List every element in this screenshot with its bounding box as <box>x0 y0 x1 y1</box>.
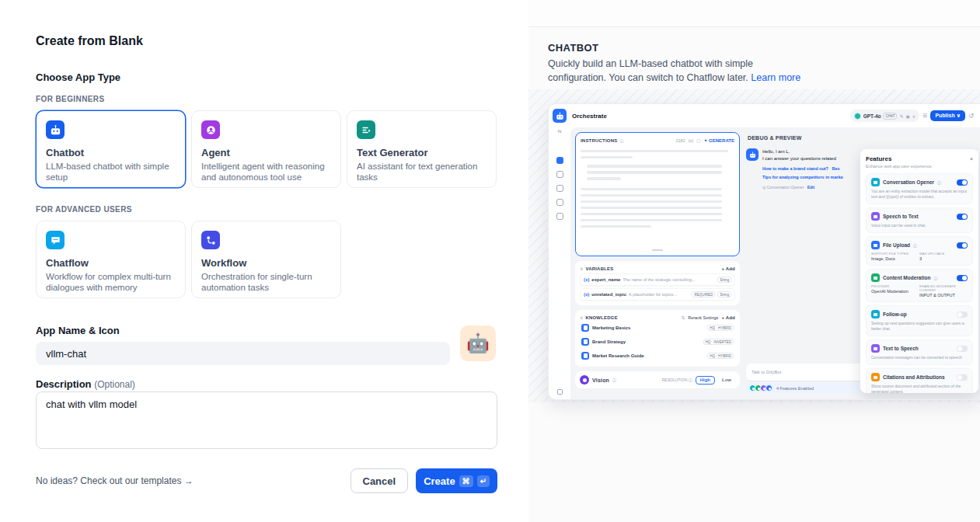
variable-row: {x} expert_name The name of the strategi… <box>580 273 735 286</box>
chat-mode-badge: CHAT <box>883 113 897 120</box>
advanced-cards-row: Chatflow Workflow for complex multi-turn… <box>36 221 341 298</box>
app-type-card-chatflow[interactable]: Chatflow Workflow for complex multi-turn… <box>36 221 186 298</box>
app-type-card-workflow[interactable]: Workflow Orchestration for single-turn a… <box>191 221 341 298</box>
cancel-button[interactable]: Cancel <box>350 468 409 493</box>
model-provider-icon <box>854 113 861 120</box>
text-generator-icon <box>357 120 375 139</box>
modal-title: Create from Blank <box>36 34 143 48</box>
toggle-switch <box>957 346 968 352</box>
toggle-switch <box>957 179 968 186</box>
for-beginners-label: FOR BEGINNERS <box>36 95 105 103</box>
feature-dot-icon <box>766 385 772 392</box>
resize-handle <box>652 249 663 251</box>
bot-avatar <box>746 148 759 161</box>
create-app-modal-screen: Create from Blank Choose App Type FOR BE… <box>0 0 980 522</box>
app-type-preview-panel: CHATBOT Quickly build an LLM-based chatb… <box>528 0 980 522</box>
preview-sidebar: ⇆ <box>549 104 570 399</box>
card-title: Chatflow <box>46 257 176 269</box>
instructions-skeleton <box>581 146 734 228</box>
card-title: Workflow <box>201 257 331 269</box>
model-selector: GPT-4o CHAT ✎ ◉ ∨ <box>850 110 919 122</box>
app-name-input[interactable] <box>36 342 450 365</box>
create-button[interactable]: Create ⌘ ↵ <box>416 468 497 493</box>
content-moderation-icon <box>871 273 880 282</box>
nav-icon <box>556 185 563 192</box>
index-mode-badge: HQ · HYBRID <box>707 353 734 359</box>
conversation-opener-icon <box>871 178 880 186</box>
app-type-card-text-generator[interactable]: Text Generator AI assistant for text gen… <box>347 110 497 188</box>
app-name-label: App Name & Icon <box>36 325 120 336</box>
optional-label: (Optional) <box>94 379 135 390</box>
knowledge-panel: ∨ KNOWLEDGE ⇅ Rerank Settings + Add <box>575 310 740 367</box>
config-column: INSTRUCTIONS ⓘ 2182 {x} ▢ ✦ GENERATE <box>575 132 740 395</box>
description-textarea[interactable]: chat with vllm model <box>36 392 497 449</box>
collapse-icon: ⇆ <box>557 128 561 134</box>
knowledge-row: Market Research Guide HQ · HYBRID <box>580 350 735 362</box>
instructions-panel: INSTRUCTIONS ⓘ 2182 {x} ▢ ✦ GENERATE <box>575 132 740 256</box>
choose-app-type-label: Choose App Type <box>36 71 120 83</box>
app-type-card-chatbot[interactable]: Chatbot LLM-based chatbot with simple se… <box>36 110 186 188</box>
nav-orchestrate-icon <box>556 157 563 164</box>
preview-description: Quickly build an LLM-based chatbot with … <box>548 57 812 85</box>
vision-panel: Vision ⓘ RESOLUTION ⓘ High Low <box>575 371 740 388</box>
card-desc: AI assistant for text generation tasks <box>357 161 487 183</box>
templates-link[interactable]: No ideas? Check out our templates → <box>36 475 194 486</box>
file-upload-icon <box>871 241 880 249</box>
resolution-low-option: Low <box>718 377 735 384</box>
toggle-switch <box>957 374 968 381</box>
toggle-switch <box>957 311 968 318</box>
generate-button: ✦ GENERATE <box>703 137 734 143</box>
toggle-switch <box>957 242 968 249</box>
history-icon: ↺ <box>968 113 974 120</box>
learn-more-link[interactable]: Learn more <box>751 72 800 83</box>
card-desc: Orchestration for single-turn automation… <box>201 271 331 294</box>
nav-icon <box>556 213 563 220</box>
dataset-icon <box>581 324 589 332</box>
modal-footer: No ideas? Check out our templates → Canc… <box>36 468 497 493</box>
toggle-switch <box>957 214 968 220</box>
preview-app-icon <box>553 109 567 123</box>
preview-header: Orchestrate GPT-4o CHAT ✎ ◉ ∨ ☰ <box>570 104 980 127</box>
feature-content-moderation: Content Moderation ⓘ PROVIDEROpenAI Mode… <box>866 269 973 302</box>
required-badge: REQUIRED <box>692 291 715 298</box>
card-desc: Workflow for complex multi-turn dialogue… <box>46 271 176 294</box>
close-icon: × <box>970 156 973 162</box>
robot-emoji-icon: 🤖 <box>466 332 490 354</box>
speech-to-text-icon <box>871 212 880 221</box>
striped-background: ⇆ Orchestrate <box>528 89 980 402</box>
feature-speech-to-text: Speech to Text Voice input can be used i… <box>866 207 973 233</box>
feature-text-to-speech: Text to Speech Conversation messages can… <box>866 339 973 365</box>
pencil-icon: ✎ <box>899 113 903 119</box>
feature-citations: Citations and Attributions Show source d… <box>866 368 973 393</box>
app-icon-picker[interactable]: 🤖 <box>460 325 496 361</box>
feature-conversation-opener: Conversation Opener ⓘ You are an entity … <box>866 173 973 204</box>
sliders-icon: ☰ <box>922 113 927 119</box>
dataset-icon <box>581 352 589 360</box>
create-from-blank-panel: Create from Blank Choose App Type FOR BE… <box>0 0 528 522</box>
card-desc: LLM-based chatbot with simple setup <box>46 161 176 183</box>
suggestion-link: Tips for analyzing competitors in marke <box>762 175 843 179</box>
nav-icon <box>556 171 563 178</box>
feature-follow-up: Follow-up Setting up next questions sugg… <box>866 305 973 336</box>
dataset-icon <box>581 338 589 346</box>
resolution-high-option: High <box>696 376 715 385</box>
card-title: Agent <box>201 147 331 158</box>
char-count: 2182 <box>676 138 685 143</box>
app-type-card-agent[interactable]: Agent Intelligent agent with reasoning a… <box>191 110 341 188</box>
agent-icon <box>201 120 220 139</box>
text-to-speech-icon <box>871 344 880 353</box>
citations-icon <box>871 373 880 381</box>
publish-button: Publish ∨ <box>930 110 965 121</box>
variables-panel: ∨ VARIABLES + Add {x} expert_name The na… <box>575 261 740 305</box>
bottom-panel-icon <box>557 389 563 395</box>
conversation-opener-row: ◎ Conversation Opener Edit <box>762 185 843 190</box>
add-knowledge-button: + Add <box>721 315 735 320</box>
preview-heading: CHATBOT <box>548 42 598 54</box>
chevron-down-icon: ∨ <box>912 113 915 119</box>
type-badge: String <box>717 277 731 283</box>
workflow-icon <box>201 231 220 249</box>
beginner-cards-row: Chatbot LLM-based chatbot with simple se… <box>36 110 497 188</box>
chevron-down-icon: ∨ <box>580 266 583 271</box>
rerank-settings: Rerank Settings <box>688 315 718 320</box>
orchestrate-title: Orchestrate <box>572 113 607 120</box>
